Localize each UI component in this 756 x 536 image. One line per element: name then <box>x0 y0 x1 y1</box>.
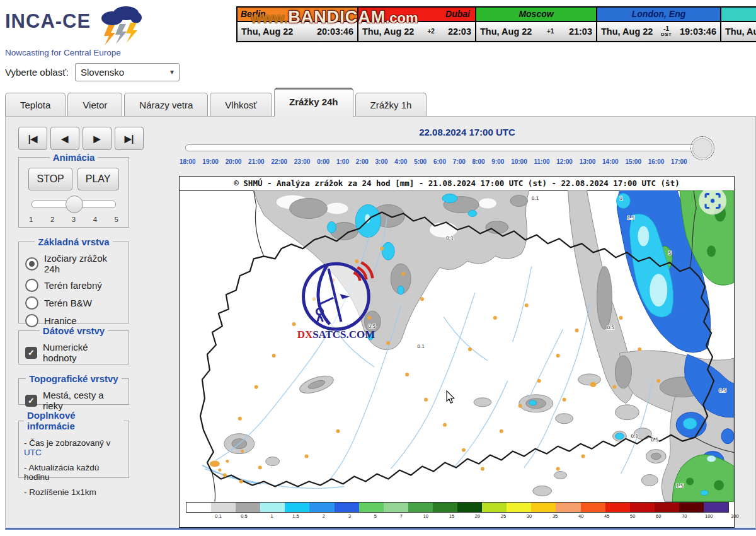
clock-time-row: Thu, Aug 22 -1DST 19:03:46 <box>597 22 720 41</box>
scale-segment <box>605 503 630 512</box>
time-tick: 13:00 <box>580 158 596 165</box>
last-frame-button[interactable]: ▶| <box>115 127 144 150</box>
clock-time-row: Thu, Aug 22 +1 21:03 <box>476 22 596 41</box>
svg-text:DXSATCS.COM: DXSATCS.COM <box>297 329 375 341</box>
svg-text:1.5: 1.5 <box>676 483 684 489</box>
tab-vlhkost[interactable]: Vlhkosť <box>210 93 272 117</box>
stop-button[interactable]: STOP <box>28 168 72 190</box>
tab-zrazky-24h[interactable]: Zrážky 24h <box>274 88 353 117</box>
time-tick: 3:00 <box>375 158 388 165</box>
region-label: Vyberte oblasť: <box>5 67 69 78</box>
next-frame-button[interactable]: ▶ <box>83 127 112 150</box>
svg-text:1.5: 1.5 <box>627 215 634 221</box>
time-tick: 18:00 <box>180 158 196 165</box>
clock-city: Moscow <box>476 8 596 22</box>
tab-narazy-vetra[interactable]: Nárazy vetra <box>124 93 208 117</box>
speed-scale: 1 2 3 4 5 <box>29 216 118 223</box>
tab-zrazky-1h[interactable]: Zrážky 1h <box>355 93 427 117</box>
radio-teren-farebny[interactable]: Terén farebný <box>25 279 122 292</box>
timeline-tick-labels: 18:00 19:00 20:00 21:00 22:00 23:00 0:00… <box>180 158 687 165</box>
timeline-slider-track[interactable] <box>185 144 696 151</box>
previous-frame-button[interactable]: ◀ <box>50 127 79 150</box>
scale-segment <box>531 503 556 512</box>
timeline-slider-handle[interactable] <box>692 138 713 158</box>
radio-icon[interactable] <box>25 257 38 271</box>
svg-text:0.1: 0.1 <box>631 433 638 439</box>
play-button[interactable]: PLAY <box>77 168 119 190</box>
radio-icon[interactable] <box>25 296 38 310</box>
region-select[interactable]: Slovensko ▾ <box>75 63 180 81</box>
animation-fieldset: Animácia STOP PLAY 1 2 3 4 5 <box>18 152 129 228</box>
scale-segment <box>581 503 605 512</box>
scale-segment <box>507 503 531 512</box>
frame-nav-buttons: |◀ ◀ ▶ ▶| <box>18 127 144 150</box>
svg-text:0.1: 0.1 <box>417 344 425 349</box>
scale-segment <box>186 503 211 512</box>
time-tick: 21:00 <box>248 158 265 165</box>
tab-vietor[interactable]: Vietor <box>67 93 122 117</box>
time-tick: 14:00 <box>602 158 619 165</box>
time-tick: 4:00 <box>394 158 407 165</box>
checkbox-numericke-hodnoty[interactable]: ✓ Numerické hodnoty <box>25 342 122 363</box>
radio-teren-bw[interactable]: Terén B&W <box>25 296 122 310</box>
svg-text:0.1: 0.1 <box>446 235 454 241</box>
tab-bar: Teplota Vietor Nárazy vetra Vlhkosť Zráž… <box>5 91 428 117</box>
clock-cell-rabat: Rabat Thu, Aug <box>720 6 756 42</box>
time-tick: 19:00 <box>202 158 219 165</box>
tab-teplota[interactable]: Teplota <box>5 93 66 117</box>
scale-segment <box>236 503 260 512</box>
speed-slider-handle[interactable] <box>66 195 83 213</box>
clock-city: Rabat <box>721 8 756 22</box>
animation-speed-slider[interactable] <box>32 201 116 208</box>
info-fieldset: Doplnkové informácie - Čas je zobrazovan… <box>18 410 129 478</box>
base-layer-fieldset: Základná vrstva Izočiary zrážok 24h Teré… <box>18 236 129 323</box>
logo-subtitle: Nowcasting for Central Europe <box>5 48 169 57</box>
clock-time-row: Thu, Aug <box>721 22 756 41</box>
time-tick: 5:00 <box>414 158 427 165</box>
svg-text:0.5: 0.5 <box>719 388 726 393</box>
topo-layers-legend: Topografické vrstvy <box>26 373 121 384</box>
time-tick: 16:00 <box>648 158 665 165</box>
clock-time-row: Thu, Aug 22 +2 22:03 <box>358 22 475 41</box>
svg-text:5: 5 <box>668 250 672 256</box>
time-tick: 7:00 <box>453 158 466 165</box>
time-tick: 11:00 <box>534 158 549 165</box>
info-line-utc: - Čas je zobrazovaný v UTC <box>24 438 123 457</box>
clock-cell-berlin: Berlin Thu, Aug 22 20:03:46 <box>236 6 358 42</box>
radio-izociary-zrazok-24h[interactable]: Izočiary zrážok 24h <box>25 253 122 274</box>
scale-segment <box>482 503 507 512</box>
first-frame-button[interactable]: |◀ <box>18 127 47 150</box>
checkbox-checked-icon[interactable]: ✓ <box>25 395 37 407</box>
clock-cell-london: London, Eng Thu, Aug 22 -1DST 19:03:46 <box>596 6 721 42</box>
time-tick: 15:00 <box>625 158 641 165</box>
scale-segment <box>309 503 334 512</box>
clock-city: Dubai <box>358 8 475 22</box>
svg-text:0.5: 0.5 <box>651 437 658 443</box>
clock-cell-dubai: Dubai Thu, Aug 22 +2 22:03 <box>357 6 476 42</box>
storm-cloud-icon <box>94 5 145 47</box>
time-tick: 12:00 <box>556 158 573 165</box>
clock-time-row: Thu, Aug 22 20:03:46 <box>238 22 357 41</box>
radio-icon[interactable] <box>25 279 38 292</box>
topo-layers-fieldset: Topografické vrstvy ✓ Mestá, cesty a rie… <box>18 373 129 405</box>
precipitation-color-scale <box>186 502 729 513</box>
scale-segment <box>211 503 236 512</box>
scale-segment <box>260 503 285 512</box>
utc-link[interactable]: UTC <box>24 448 42 457</box>
checkbox-mesta-cesty-rieky[interactable]: ✓ Mestá, cesty a rieky <box>25 390 122 411</box>
precipitation-map[interactable]: © SHMÚ - Analýza zrážok za 24 hod [mm] -… <box>179 176 735 528</box>
time-tick: 9:00 <box>491 158 504 165</box>
scale-segment <box>704 503 728 512</box>
map-title: © SHMÚ - Analýza zrážok za 24 hod [mm] -… <box>180 177 734 191</box>
data-layers-legend: Dátové vrstvy <box>40 325 108 336</box>
scale-segment <box>335 503 359 512</box>
clock-cell-moscow: Moscow Thu, Aug 22 +1 21:03 <box>475 6 597 42</box>
base-layer-legend: Základná vrstva <box>35 236 112 247</box>
data-layers-fieldset: Dátové vrstvy ✓ Numerické hodnoty <box>18 325 129 364</box>
checkbox-checked-icon[interactable]: ✓ <box>25 347 37 359</box>
info-legend: Doplnkové informácie <box>24 410 123 431</box>
animation-legend: Animácia <box>50 152 98 163</box>
timeline-current-time: 22.08.2024 17:00 UTC <box>182 127 752 137</box>
info-line-resolution: - Rozlíšenie 1x1km <box>24 487 123 497</box>
region-select-value: Slovensko <box>81 67 124 78</box>
